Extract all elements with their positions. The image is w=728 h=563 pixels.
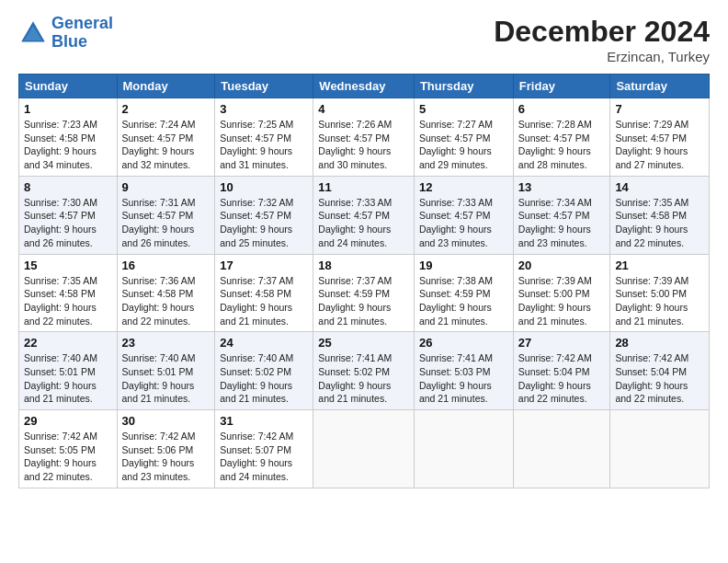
day-cell: 15Sunrise: 7:35 AMSunset: 4:58 PMDayligh…: [19, 254, 118, 332]
day-cell: 19Sunrise: 7:38 AMSunset: 4:59 PMDayligh…: [414, 254, 513, 332]
day-number: 17: [220, 259, 308, 272]
day-number: 8: [24, 180, 112, 194]
day-cell: 24Sunrise: 7:40 AMSunset: 5:02 PMDayligh…: [215, 332, 313, 410]
day-number: 22: [24, 336, 112, 350]
day-cell: [313, 410, 415, 488]
day-number: 15: [24, 259, 112, 272]
col-header-wednesday: Wednesday: [313, 75, 415, 98]
month-title: December 2024: [494, 15, 710, 49]
day-cell: 1Sunrise: 7:23 AMSunset: 4:58 PMDaylight…: [19, 98, 118, 177]
day-info: Sunrise: 7:27 AMSunset: 4:57 PMDaylight:…: [419, 118, 508, 172]
day-number: 2: [122, 102, 210, 116]
day-cell: 7Sunrise: 7:29 AMSunset: 4:57 PMDaylight…: [610, 98, 710, 177]
day-info: Sunrise: 7:38 AMSunset: 4:59 PMDaylight:…: [419, 274, 508, 328]
day-cell: 14Sunrise: 7:35 AMSunset: 4:58 PMDayligh…: [610, 176, 710, 254]
day-info: Sunrise: 7:42 AMSunset: 5:04 PMDaylight:…: [615, 351, 704, 406]
col-header-tuesday: Tuesday: [215, 75, 313, 98]
location: Erzincan, Turkey: [494, 49, 710, 64]
day-cell: 5Sunrise: 7:27 AMSunset: 4:57 PMDaylight…: [414, 98, 513, 177]
day-number: 4: [318, 102, 409, 116]
day-cell: [414, 410, 513, 488]
day-number: 23: [122, 336, 210, 350]
day-info: Sunrise: 7:30 AMSunset: 4:57 PMDaylight:…: [24, 196, 112, 250]
day-cell: 23Sunrise: 7:40 AMSunset: 5:01 PMDayligh…: [117, 332, 215, 410]
day-number: 10: [220, 180, 308, 194]
week-row-1: 1Sunrise: 7:23 AMSunset: 4:58 PMDaylight…: [19, 98, 710, 177]
col-header-friday: Friday: [513, 75, 610, 98]
week-row-4: 22Sunrise: 7:40 AMSunset: 5:01 PMDayligh…: [19, 332, 710, 410]
day-number: 9: [122, 180, 210, 194]
col-header-saturday: Saturday: [610, 75, 710, 98]
day-info: Sunrise: 7:42 AMSunset: 5:04 PMDaylight:…: [518, 351, 606, 406]
day-info: Sunrise: 7:42 AMSunset: 5:06 PMDaylight:…: [122, 430, 210, 484]
page: General Blue December 2024 Erzincan, Tur…: [0, 0, 728, 563]
day-info: Sunrise: 7:26 AMSunset: 4:57 PMDaylight:…: [318, 118, 409, 172]
day-info: Sunrise: 7:42 AMSunset: 5:07 PMDaylight:…: [220, 430, 308, 484]
day-number: 16: [122, 259, 210, 272]
day-number: 25: [318, 336, 409, 350]
day-number: 5: [419, 102, 508, 116]
day-info: Sunrise: 7:35 AMSunset: 4:58 PMDaylight:…: [24, 274, 112, 328]
day-number: 7: [615, 102, 704, 116]
calendar-header-row: SundayMondayTuesdayWednesdayThursdayFrid…: [19, 75, 710, 98]
logo-text: General Blue: [51, 15, 113, 52]
day-number: 28: [615, 336, 704, 350]
day-info: Sunrise: 7:33 AMSunset: 4:57 PMDaylight:…: [318, 196, 409, 250]
day-cell: [610, 410, 710, 488]
week-row-2: 8Sunrise: 7:30 AMSunset: 4:57 PMDaylight…: [19, 176, 710, 254]
col-header-thursday: Thursday: [414, 75, 513, 98]
day-number: 26: [419, 336, 508, 350]
day-info: Sunrise: 7:28 AMSunset: 4:57 PMDaylight:…: [518, 118, 606, 172]
day-info: Sunrise: 7:37 AMSunset: 4:59 PMDaylight:…: [318, 274, 409, 328]
day-info: Sunrise: 7:25 AMSunset: 4:57 PMDaylight:…: [220, 118, 308, 172]
day-number: 6: [518, 102, 606, 116]
day-cell: 10Sunrise: 7:32 AMSunset: 4:57 PMDayligh…: [215, 176, 313, 254]
day-cell: 11Sunrise: 7:33 AMSunset: 4:57 PMDayligh…: [313, 176, 415, 254]
day-number: 20: [518, 259, 606, 272]
day-info: Sunrise: 7:32 AMSunset: 4:57 PMDaylight:…: [220, 196, 308, 250]
day-info: Sunrise: 7:40 AMSunset: 5:02 PMDaylight:…: [220, 351, 308, 406]
day-info: Sunrise: 7:42 AMSunset: 5:05 PMDaylight:…: [24, 430, 112, 484]
logo: General Blue: [18, 15, 113, 52]
day-number: 21: [615, 259, 704, 272]
day-number: 1: [24, 102, 112, 116]
day-number: 24: [220, 336, 308, 350]
day-cell: 12Sunrise: 7:33 AMSunset: 4:57 PMDayligh…: [414, 176, 513, 254]
day-number: 3: [220, 102, 308, 116]
day-cell: 26Sunrise: 7:41 AMSunset: 5:03 PMDayligh…: [414, 332, 513, 410]
day-cell: 8Sunrise: 7:30 AMSunset: 4:57 PMDaylight…: [19, 176, 118, 254]
week-row-3: 15Sunrise: 7:35 AMSunset: 4:58 PMDayligh…: [19, 254, 710, 332]
col-header-monday: Monday: [117, 75, 215, 98]
day-info: Sunrise: 7:40 AMSunset: 5:01 PMDaylight:…: [24, 351, 112, 406]
day-number: 11: [318, 180, 409, 194]
day-cell: 22Sunrise: 7:40 AMSunset: 5:01 PMDayligh…: [19, 332, 118, 410]
day-cell: 2Sunrise: 7:24 AMSunset: 4:57 PMDaylight…: [117, 98, 215, 177]
logo-icon: [18, 18, 48, 48]
day-cell: 13Sunrise: 7:34 AMSunset: 4:57 PMDayligh…: [513, 176, 610, 254]
day-cell: 27Sunrise: 7:42 AMSunset: 5:04 PMDayligh…: [513, 332, 610, 410]
logo-line2: Blue: [51, 32, 87, 51]
day-number: 29: [24, 414, 112, 428]
day-number: 12: [419, 180, 508, 194]
day-info: Sunrise: 7:29 AMSunset: 4:57 PMDaylight:…: [615, 118, 704, 172]
week-row-5: 29Sunrise: 7:42 AMSunset: 5:05 PMDayligh…: [19, 410, 710, 488]
day-cell: 3Sunrise: 7:25 AMSunset: 4:57 PMDaylight…: [215, 98, 313, 177]
day-info: Sunrise: 7:37 AMSunset: 4:58 PMDaylight:…: [220, 274, 308, 328]
day-info: Sunrise: 7:39 AMSunset: 5:00 PMDaylight:…: [615, 274, 704, 328]
day-cell: 16Sunrise: 7:36 AMSunset: 4:58 PMDayligh…: [117, 254, 215, 332]
day-cell: 29Sunrise: 7:42 AMSunset: 5:05 PMDayligh…: [19, 410, 118, 488]
day-info: Sunrise: 7:24 AMSunset: 4:57 PMDaylight:…: [122, 118, 210, 172]
day-cell: 17Sunrise: 7:37 AMSunset: 4:58 PMDayligh…: [215, 254, 313, 332]
day-cell: 18Sunrise: 7:37 AMSunset: 4:59 PMDayligh…: [313, 254, 415, 332]
day-cell: 25Sunrise: 7:41 AMSunset: 5:02 PMDayligh…: [313, 332, 415, 410]
title-area: December 2024 Erzincan, Turkey: [494, 15, 710, 64]
day-number: 14: [615, 180, 704, 194]
day-info: Sunrise: 7:36 AMSunset: 4:58 PMDaylight:…: [122, 274, 210, 328]
day-cell: 28Sunrise: 7:42 AMSunset: 5:04 PMDayligh…: [610, 332, 710, 410]
day-info: Sunrise: 7:39 AMSunset: 5:00 PMDaylight:…: [518, 274, 606, 328]
day-info: Sunrise: 7:23 AMSunset: 4:58 PMDaylight:…: [24, 118, 112, 172]
day-cell: 9Sunrise: 7:31 AMSunset: 4:57 PMDaylight…: [117, 176, 215, 254]
day-number: 30: [122, 414, 210, 428]
day-cell: 21Sunrise: 7:39 AMSunset: 5:00 PMDayligh…: [610, 254, 710, 332]
day-cell: 31Sunrise: 7:42 AMSunset: 5:07 PMDayligh…: [215, 410, 313, 488]
